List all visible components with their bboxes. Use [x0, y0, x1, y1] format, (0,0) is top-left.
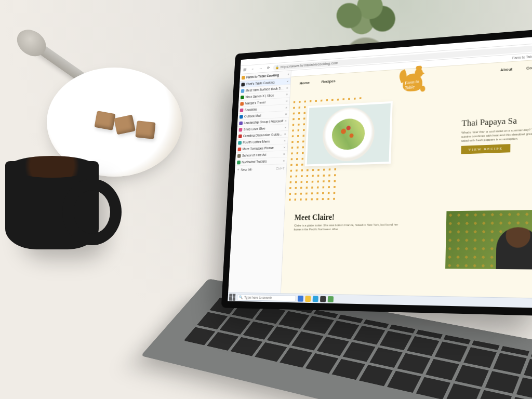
tab-title: Shop Love Give: [244, 126, 283, 131]
forward-button[interactable]: →: [257, 65, 263, 72]
plate-icon: [322, 106, 375, 162]
recipe-blurb: What's nicer than a cool salad on a summ…: [461, 127, 532, 143]
tab-favicon: [241, 83, 245, 86]
tab-title: More Tomatoes Please: [243, 146, 283, 151]
site-favicon: [242, 75, 245, 79]
tab-close-icon[interactable]: ×: [285, 118, 287, 123]
search-icon: 🔍: [239, 295, 243, 299]
secondary-photo: [445, 210, 532, 270]
view-recipe-button[interactable]: VIEW RECIPE: [461, 144, 510, 154]
back-button[interactable]: ←: [249, 65, 256, 72]
tab-title: Northwind Traders: [242, 159, 282, 164]
site-logo[interactable]: Farm to Table: [400, 68, 431, 101]
desk-background: ▤ ← → ⟳ 🔒 https://www.farmtotablecooking…: [0, 0, 532, 399]
nav-home[interactable]: Home: [300, 81, 310, 85]
vertical-tabs-title: Farm to Table Cooking: [246, 73, 279, 79]
laptop-screen: ▤ ← → ⟳ 🔒 https://www.farmtotablecooking…: [221, 28, 532, 316]
nav-about[interactable]: About: [500, 67, 512, 72]
tab-favicon: [237, 161, 241, 164]
hen-icon: Farm to Table: [400, 68, 424, 94]
tab-favicon: [238, 128, 242, 131]
taskbar-icon-app[interactable]: [328, 296, 334, 302]
taskbar-icon-edge[interactable]: [298, 295, 303, 301]
new-tab-label: New tab: [241, 167, 252, 171]
new-tab-button[interactable]: ＋ New tab Ctrl+T: [235, 164, 287, 174]
tab-close-icon[interactable]: ×: [283, 152, 285, 156]
tabs-list: Chef's Table Cooking×Meet new Surface Bo…: [235, 78, 291, 166]
tab-favicon: [240, 108, 244, 112]
tab-favicon: [240, 102, 244, 105]
tab-title: Creating Discussion Guidelines: [243, 132, 283, 138]
salad-icon: [331, 118, 365, 151]
taskbar-icon-store[interactable]: [320, 296, 326, 302]
tab-favicon: [241, 95, 244, 99]
webpage-content: Farm to Table Cooking Home Recipes About…: [281, 52, 532, 298]
tab-title: Leadership Group | Microsoft: [244, 119, 283, 124]
tab-close-icon[interactable]: ×: [285, 112, 287, 116]
taskbar-icon-mail[interactable]: [313, 296, 318, 302]
tab-close-icon[interactable]: ×: [286, 79, 288, 83]
taskbar-search[interactable]: 🔍 Type here to search: [237, 294, 296, 301]
tab-favicon: [238, 134, 242, 138]
tab-title: School of Fine Art: [242, 152, 282, 157]
tab-close-icon[interactable]: ×: [286, 99, 288, 103]
tab-close-icon[interactable]: ×: [284, 132, 286, 136]
tab-close-icon[interactable]: ×: [284, 139, 286, 143]
collapse-tabs-icon[interactable]: ‹: [288, 72, 289, 76]
meet-section: Meet Claire! Claire is a globe trotter. …: [294, 212, 400, 232]
tab-favicon: [238, 141, 242, 144]
coffee-mug-prop: [5, 161, 99, 249]
laptop: ▤ ← → ⟳ 🔒 https://www.farmtotablecooking…: [177, 21, 532, 399]
recipe-title: Thai Papaya Sa: [461, 114, 532, 129]
tab-title: Outlook Mail: [244, 113, 284, 118]
vertical-tabs-panel: Farm to Table Cooking ‹ Chef's Table Coo…: [228, 71, 291, 293]
tab-close-icon[interactable]: ×: [284, 125, 286, 129]
sugar-cube: [94, 111, 115, 130]
nav-recipes[interactable]: Recipes: [321, 79, 335, 84]
start-button[interactable]: [229, 294, 236, 300]
tab-favicon: [237, 154, 241, 157]
tab-close-icon[interactable]: ×: [283, 145, 285, 149]
featured-recipe: Thai Papaya Sa What's nicer than a cool …: [457, 114, 532, 154]
sugar-cube: [114, 115, 136, 135]
tab-close-icon[interactable]: ×: [283, 158, 285, 163]
tabs-toggle-icon[interactable]: ▤: [242, 66, 248, 73]
refresh-button[interactable]: ⟳: [265, 64, 271, 71]
meet-blurb: Claire is a globe trotter. She was born …: [294, 222, 399, 231]
os-screen: ▤ ← → ⟳ 🔒 https://www.farmtotablecooking…: [228, 35, 532, 308]
page-label: Farm to Table Cooking: [512, 54, 532, 60]
new-tab-shortcut: Ctrl+T: [276, 166, 285, 170]
tab-close-icon[interactable]: ×: [286, 86, 288, 90]
tab-favicon: [237, 147, 241, 151]
tab-title: Fourth Coffee Menu: [243, 139, 283, 144]
tab-close-icon[interactable]: ×: [285, 105, 287, 110]
tab-favicon: [239, 121, 243, 125]
tab-title: Shopkins: [245, 106, 284, 112]
tab-title: Meet new Surface Book 3vr 13.5": [246, 86, 285, 92]
tab-favicon: [240, 115, 243, 118]
tab-title: Xbox Series X | Xbox: [245, 93, 285, 99]
plus-icon: ＋: [236, 167, 240, 172]
hero-dish-image: [305, 101, 393, 166]
sugar-cube: [135, 121, 155, 139]
lock-icon: 🔒: [275, 65, 280, 70]
tab-title: Margie's Travel: [245, 100, 284, 105]
nav-contact[interactable]: Contact: [526, 65, 532, 71]
tab-close-icon[interactable]: ×: [286, 92, 288, 97]
taskbar-icon-explorer[interactable]: [305, 296, 311, 302]
meet-title: Meet Claire!: [294, 212, 399, 222]
tab-favicon: [241, 89, 245, 92]
taskbar-search-placeholder: Type here to search: [244, 296, 272, 300]
person-silhouette: [496, 227, 532, 270]
